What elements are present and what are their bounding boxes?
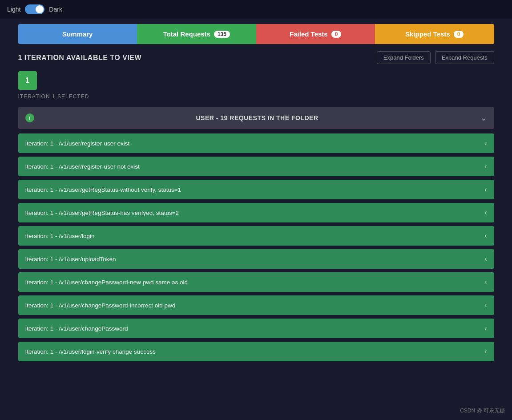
tab-failed-badge: 0 <box>331 31 342 38</box>
header-buttons: Expand Folders Expand Requests <box>377 51 494 64</box>
request-label: Iteration: 1 - /v1/user/login-verify cha… <box>25 348 156 355</box>
request-row[interactable]: Iteration: 1 - /v1/user/getRegStatus-has… <box>18 203 494 222</box>
request-label: Iteration: 1 - /v1/user/changePassword <box>25 325 128 332</box>
watermark: CSDN @ 可乐无糖 <box>460 407 505 415</box>
folder-info-icon: i <box>25 113 34 122</box>
request-row[interactable]: Iteration: 1 - /v1/user/register-user no… <box>18 157 494 176</box>
request-row[interactable]: Iteration: 1 - /v1/user/login‹ <box>18 226 494 246</box>
tabs-bar: SummaryTotal Requests135Failed Tests0Ski… <box>18 24 494 44</box>
iteration-1-button[interactable]: 1 <box>18 71 37 90</box>
request-label: Iteration: 1 - /v1/user/login <box>25 233 95 239</box>
request-row[interactable]: Iteration: 1 - /v1/user/getRegStatus-wit… <box>18 180 494 199</box>
dark-label: Dark <box>49 6 62 13</box>
request-row[interactable]: Iteration: 1 - /v1/user/changePassword-n… <box>18 272 494 292</box>
request-label: Iteration: 1 - /v1/user/uploadToken <box>25 256 116 262</box>
request-row[interactable]: Iteration: 1 - /v1/user/login-verify cha… <box>18 342 494 361</box>
request-row[interactable]: Iteration: 1 - /v1/user/uploadToken‹ <box>18 249 494 269</box>
request-chevron-left-icon: ‹ <box>484 232 487 240</box>
request-label: Iteration: 1 - /v1/user/register-user ex… <box>25 140 130 147</box>
tab-total-badge: 135 <box>214 31 230 38</box>
request-label: Iteration: 1 - /v1/user/register-user no… <box>25 163 140 170</box>
folder-chevron-down-icon: ⌄ <box>480 113 487 123</box>
tab-failed[interactable]: Failed Tests0 <box>256 24 375 44</box>
tab-skipped[interactable]: Skipped Tests0 <box>375 24 494 44</box>
request-row[interactable]: Iteration: 1 - /v1/user/register-user ex… <box>18 133 494 153</box>
request-row[interactable]: Iteration: 1 - /v1/user/changePassword-i… <box>18 295 494 315</box>
request-label: Iteration: 1 - /v1/user/getRegStatus-wit… <box>25 186 181 193</box>
request-label: Iteration: 1 - /v1/user/getRegStatus-has… <box>25 210 179 216</box>
requests-list: Iteration: 1 - /v1/user/register-user ex… <box>18 133 494 361</box>
request-label: Iteration: 1 - /v1/user/changePassword-n… <box>25 279 188 286</box>
request-chevron-left-icon: ‹ <box>484 301 487 309</box>
tab-skipped-label: Skipped Tests <box>405 30 450 38</box>
request-chevron-left-icon: ‹ <box>484 209 487 217</box>
request-chevron-left-icon: ‹ <box>484 347 487 355</box>
iteration-title: 1 ITERATION AVAILABLE TO VIEW <box>18 54 142 62</box>
tab-total-label: Total Requests <box>163 30 210 38</box>
top-bar: Light Dark <box>0 0 512 19</box>
expand-folders-button[interactable]: Expand Folders <box>377 51 431 64</box>
request-chevron-left-icon: ‹ <box>484 278 487 286</box>
iteration-buttons: 1 <box>18 71 494 90</box>
tab-skipped-badge: 0 <box>454 31 464 38</box>
folder-row[interactable]: i USER - 19 REQUESTS IN THE FOLDER ⌄ <box>18 107 494 129</box>
request-chevron-left-icon: ‹ <box>484 255 487 263</box>
request-chevron-left-icon: ‹ <box>484 186 487 194</box>
tab-summary[interactable]: Summary <box>18 24 137 44</box>
request-row[interactable]: Iteration: 1 - /v1/user/changePassword‹ <box>18 319 494 338</box>
request-chevron-left-icon: ‹ <box>484 324 487 332</box>
main-container: SummaryTotal Requests135Failed Tests0Ski… <box>9 19 503 370</box>
tab-failed-label: Failed Tests <box>290 30 328 38</box>
header-row: 1 ITERATION AVAILABLE TO VIEW Expand Fol… <box>18 51 494 64</box>
tab-total[interactable]: Total Requests135 <box>137 24 256 44</box>
tab-summary-label: Summary <box>62 30 93 38</box>
light-label: Light <box>7 6 20 13</box>
request-chevron-left-icon: ‹ <box>484 139 487 147</box>
expand-requests-button[interactable]: Expand Requests <box>435 51 494 64</box>
iteration-selected-label: ITERATION 1 SELECTED <box>18 93 494 100</box>
folder-label: USER - 19 REQUESTS IN THE FOLDER <box>40 114 475 121</box>
request-chevron-left-icon: ‹ <box>484 162 487 170</box>
theme-toggle[interactable] <box>25 4 44 14</box>
request-label: Iteration: 1 - /v1/user/changePassword-i… <box>25 302 176 309</box>
